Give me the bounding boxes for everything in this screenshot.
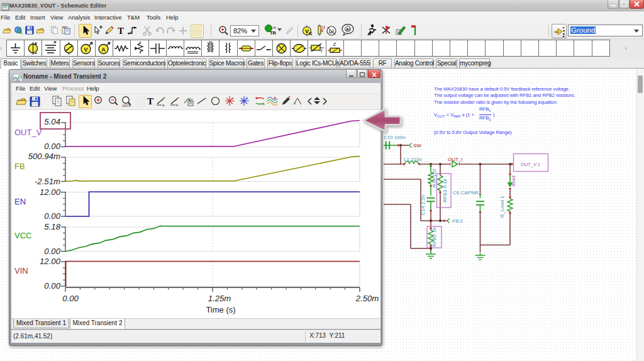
svg-text:V: V	[305, 28, 309, 35]
svg-text:Time (s): Time (s)	[206, 305, 235, 314]
svg-text:FB: FB	[14, 162, 25, 171]
svg-text:-2.51m: -2.51m	[35, 177, 60, 186]
svg-text:RFB1 9.1k: RFB1 9.1k	[442, 178, 448, 203]
svg-text:OUT_I: OUT_I	[448, 157, 463, 162]
svg-text:∞: ∞	[273, 25, 276, 30]
svg-text:a: a	[162, 103, 165, 107]
svg-text:OUT_V: OUT_V	[14, 128, 42, 137]
svg-text:12.00: 12.00	[40, 187, 61, 197]
svg-text:C6 CAPNR: C6 CAPNR	[453, 190, 479, 196]
svg-text:VIN: VIN	[14, 266, 28, 275]
svg-text:FB:2: FB:2	[452, 218, 463, 224]
svg-text:Z: Z	[333, 42, 336, 47]
svg-text:12.00: 12.00	[40, 257, 61, 266]
svg-text:EN: EN	[14, 197, 26, 206]
svg-text:SW: SW	[413, 143, 421, 148]
svg-text:A: A	[101, 47, 106, 53]
svg-text:b: b	[246, 96, 248, 100]
svg-text:0.00: 0.00	[44, 211, 60, 221]
svg-text:2.50m: 2.50m	[355, 294, 379, 303]
svg-text:Ez: Ez	[189, 97, 193, 101]
svg-text:5.04: 5.04	[44, 117, 60, 126]
svg-text:1998: 1998	[14, 79, 21, 82]
svg-text:OUT_V:1: OUT_V:1	[521, 162, 540, 167]
svg-text:M: M	[209, 40, 212, 44]
svg-text:VCC: VCC	[14, 231, 31, 240]
svg-text:T: T	[320, 49, 323, 53]
svg-text:a: a	[231, 96, 234, 100]
svg-text:L1 210n: L1 210n	[404, 157, 422, 162]
svg-text:0.00: 0.00	[44, 281, 60, 291]
svg-text:RFB2 1k: RFB2 1k	[431, 226, 437, 247]
svg-text:1K: 1K	[321, 25, 325, 30]
svg-text:1.25m: 1.25m	[208, 294, 231, 303]
svg-text:0.00: 0.00	[62, 294, 79, 303]
svg-text:R_Load 1: R_Load 1	[499, 196, 505, 218]
svg-text:T: T	[147, 96, 153, 106]
svg-text:V: V	[84, 47, 87, 53]
svg-text:100%: 100%	[122, 104, 131, 108]
svg-text:TR: TR	[270, 30, 277, 36]
svg-text:5.18: 5.18	[44, 222, 60, 231]
svg-text:0.00: 0.00	[44, 247, 60, 256]
svg-text:Iload: Iload	[511, 175, 516, 186]
svg-text:500.94m: 500.94m	[28, 152, 60, 161]
svg-text:b: b	[176, 103, 179, 107]
svg-text:AI: AI	[346, 27, 350, 31]
svg-text:R14 102: R14 102	[431, 168, 437, 187]
svg-text:T: T	[118, 26, 124, 36]
svg-text:0.00: 0.00	[44, 142, 60, 151]
